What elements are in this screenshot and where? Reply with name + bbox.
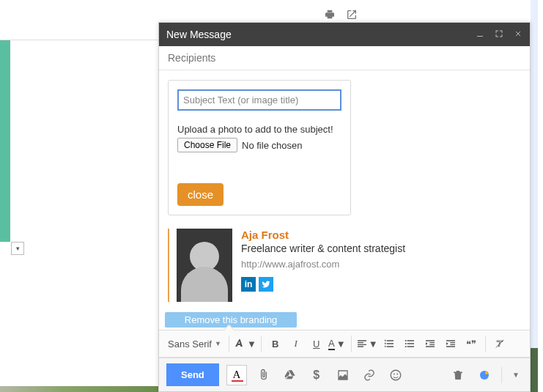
- recipients-field[interactable]: Recipients: [159, 46, 530, 70]
- bg-collapse-toggle[interactable]: ▾: [11, 242, 24, 255]
- photo-icon[interactable]: [333, 366, 352, 385]
- subject-popup: Upload a photo to add to the subject! Ch…: [168, 80, 351, 215]
- signature-url[interactable]: http://www.ajafrost.com: [241, 259, 405, 270]
- link-icon[interactable]: [360, 366, 379, 385]
- align-button[interactable]: ▼: [356, 334, 378, 353]
- numbered-list-button[interactable]: [380, 334, 399, 353]
- no-file-label: No file chosen: [242, 140, 302, 151]
- linkedin-icon[interactable]: in: [241, 277, 256, 292]
- bg-left-stripe: [0, 40, 10, 242]
- svg-point-6: [396, 373, 398, 374]
- attach-icon[interactable]: [254, 366, 273, 385]
- avatar: [177, 229, 232, 302]
- money-icon[interactable]: $: [307, 366, 326, 385]
- svg-point-5: [394, 373, 395, 374]
- extension-icon[interactable]: [475, 366, 494, 385]
- text-color-button[interactable]: A▼: [328, 334, 347, 353]
- indent-more-button[interactable]: [441, 334, 460, 353]
- bold-button[interactable]: B: [266, 334, 285, 353]
- print-icon[interactable]: [324, 9, 336, 23]
- minimize-icon[interactable]: [476, 29, 484, 40]
- send-button[interactable]: Send: [166, 363, 219, 386]
- upload-hint: Upload a photo to add to the subject!: [177, 124, 341, 135]
- italic-button[interactable]: I: [287, 334, 306, 353]
- expand-icon[interactable]: [495, 29, 503, 40]
- svg-point-2: [405, 343, 406, 344]
- font-family-label: Sans Serif: [168, 339, 212, 350]
- compose-window: New Message Recipients Upload a photo to…: [158, 22, 531, 392]
- compose-bottom-bar: Send A $ ▼: [159, 358, 530, 391]
- subject-input[interactable]: [177, 89, 341, 111]
- twitter-icon[interactable]: [259, 277, 273, 292]
- close-popup-button[interactable]: close: [177, 183, 224, 206]
- drive-icon[interactable]: [281, 366, 300, 385]
- indent-less-button[interactable]: [421, 334, 440, 353]
- page-top-icons: [324, 9, 358, 23]
- svg-rect-0: [477, 36, 483, 37]
- format-toolbar: Sans Serif ▼ ▼ B I U A▼ ▼ ❝❞: [159, 330, 530, 358]
- bg-bottom-stripe: [0, 386, 158, 392]
- choose-file-button[interactable]: Choose File: [177, 138, 237, 152]
- svg-point-3: [405, 346, 406, 347]
- remove-branding-button[interactable]: Remove this branding: [165, 312, 297, 328]
- svg-point-8: [485, 371, 489, 374]
- emoji-icon[interactable]: [386, 366, 405, 385]
- clear-format-button[interactable]: [490, 334, 509, 353]
- font-family-select[interactable]: Sans Serif ▼: [165, 334, 224, 353]
- bg-divider: [0, 40, 158, 40]
- format-toggle-button[interactable]: A: [226, 365, 247, 385]
- signature-name: Aja Frost: [241, 229, 405, 241]
- bullet-list-button[interactable]: [400, 334, 419, 353]
- signature-role: Freelance writer & content strategist: [241, 243, 405, 254]
- font-size-button[interactable]: ▼: [234, 334, 256, 353]
- svg-point-4: [391, 370, 401, 380]
- quote-button[interactable]: ❝❞: [462, 334, 481, 353]
- trash-icon[interactable]: [448, 366, 468, 385]
- open-new-icon[interactable]: [346, 9, 358, 23]
- email-signature: Aja Frost Freelance writer & content str…: [168, 229, 521, 302]
- vertical-scrollbar[interactable]: [531, 0, 538, 392]
- more-options-button[interactable]: ▼: [509, 371, 522, 379]
- compose-header: New Message: [159, 23, 530, 46]
- close-icon[interactable]: [514, 29, 522, 40]
- svg-point-1: [405, 340, 406, 341]
- underline-button[interactable]: U: [307, 334, 326, 353]
- compose-title: New Message: [166, 29, 476, 40]
